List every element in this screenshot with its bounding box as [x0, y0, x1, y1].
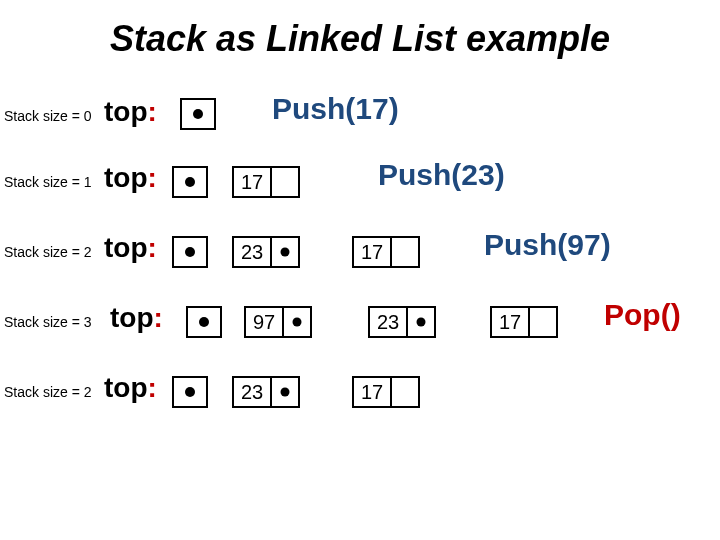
diagram-canvas: Stack size = 0 top: Push(17) Stack size … [0, 70, 720, 530]
stack-size-label: Stack size = 3 [4, 314, 92, 330]
list-node: 17 [352, 236, 420, 268]
operation-label: Push(97) [484, 228, 611, 262]
node-value: 17 [354, 238, 392, 266]
operation-label: Push(23) [378, 158, 505, 192]
operation-label: Pop() [604, 298, 681, 332]
top-label: top: [104, 232, 157, 264]
top-pointer-box [172, 166, 208, 198]
node-next-null [392, 238, 418, 266]
node-next-pointer [284, 308, 310, 336]
top-label: top: [110, 302, 163, 334]
top-label: top: [104, 162, 157, 194]
node-value: 17 [234, 168, 272, 196]
list-node: 17 [490, 306, 558, 338]
node-value: 23 [370, 308, 408, 336]
list-node: 23 [232, 236, 300, 268]
top-pointer-box [172, 236, 208, 268]
top-pointer-box [180, 98, 216, 130]
node-next-null [272, 168, 298, 196]
stack-size-label: Stack size = 0 [4, 108, 92, 124]
page-title: Stack as Linked List example [0, 0, 720, 70]
list-node: 23 [232, 376, 300, 408]
list-node: 17 [352, 376, 420, 408]
top-label: top: [104, 372, 157, 404]
node-next-pointer [408, 308, 434, 336]
list-node: 23 [368, 306, 436, 338]
top-pointer-box [186, 306, 222, 338]
node-next-null [530, 308, 556, 336]
top-pointer-box [172, 376, 208, 408]
top-label: top: [104, 96, 157, 128]
stack-size-label: Stack size = 2 [4, 384, 92, 400]
node-value: 17 [492, 308, 530, 336]
stack-size-label: Stack size = 2 [4, 244, 92, 260]
list-node: 17 [232, 166, 300, 198]
list-node: 97 [244, 306, 312, 338]
node-value: 23 [234, 238, 272, 266]
node-value: 17 [354, 378, 392, 406]
node-next-null [392, 378, 418, 406]
node-value: 23 [234, 378, 272, 406]
node-next-pointer [272, 238, 298, 266]
operation-label: Push(17) [272, 92, 399, 126]
stack-size-label: Stack size = 1 [4, 174, 92, 190]
node-next-pointer [272, 378, 298, 406]
node-value: 97 [246, 308, 284, 336]
